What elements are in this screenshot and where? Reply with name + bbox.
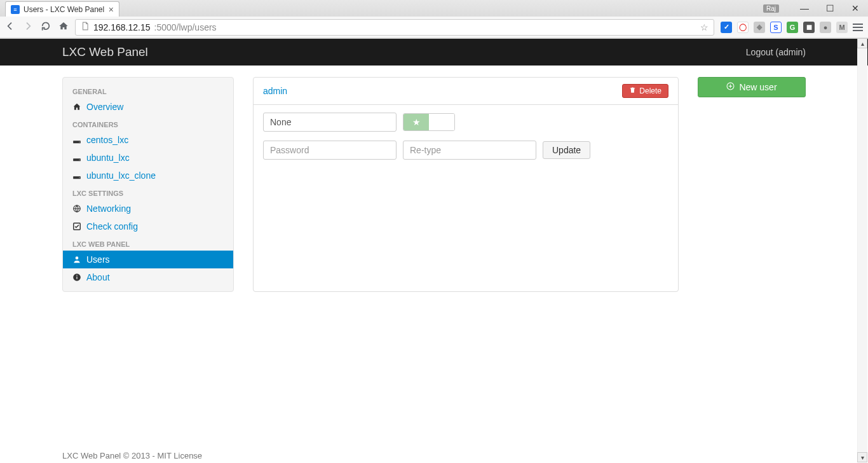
toggle-off bbox=[429, 114, 454, 130]
username-link[interactable]: admin bbox=[263, 86, 287, 96]
sidebar-label: Networking bbox=[86, 204, 131, 214]
trash-icon bbox=[629, 86, 636, 95]
browser-chrome: ≡ Users - LXC Web Panel × Raj — ☐ ✕ 192.… bbox=[0, 0, 868, 39]
sidebar-item-networking[interactable]: Networking bbox=[63, 200, 233, 218]
sidebar: GENERAL Overview CONTAINERS centos_lxc u… bbox=[62, 77, 234, 292]
password-row: Update bbox=[263, 141, 668, 160]
nav-icons bbox=[5, 21, 69, 33]
name-input[interactable] bbox=[263, 113, 397, 132]
profile-badge[interactable]: Raj bbox=[763, 4, 779, 13]
new-user-label: New user bbox=[739, 82, 776, 92]
su-toggle[interactable]: ★ bbox=[403, 113, 455, 131]
brand-title[interactable]: LXC Web Panel bbox=[62, 45, 148, 59]
tab-title: Users - LXC Web Panel bbox=[24, 5, 104, 14]
hdd-icon bbox=[72, 153, 81, 162]
sidebar-label: About bbox=[86, 272, 110, 282]
sidebar-label: centos_lxc bbox=[86, 135, 128, 145]
user-panel: admin Delete ★ bbox=[253, 77, 679, 292]
reload-icon[interactable] bbox=[41, 21, 51, 33]
svg-point-5 bbox=[79, 177, 80, 178]
svg-point-3 bbox=[79, 160, 80, 160]
bookmark-star-icon[interactable]: ☆ bbox=[700, 22, 709, 32]
sidebar-label: Check config bbox=[86, 221, 138, 232]
home-icon[interactable] bbox=[58, 21, 69, 33]
ext-icon-8[interactable]: M bbox=[836, 22, 848, 33]
svg-rect-10 bbox=[76, 277, 77, 279]
sidebar-label: Overview bbox=[86, 102, 123, 112]
sidebar-label: Users bbox=[86, 254, 110, 265]
nav-header-settings: LXC SETTINGS bbox=[63, 184, 233, 200]
hdd-icon bbox=[72, 171, 81, 180]
sidebar-label: ubuntu_lxc_clone bbox=[86, 170, 156, 181]
sidebar-item-ubuntu[interactable]: ubuntu_lxc bbox=[63, 149, 233, 167]
info-icon bbox=[72, 273, 81, 282]
window-controls: Raj — ☐ ✕ bbox=[763, 0, 868, 17]
browser-menu-icon[interactable] bbox=[853, 24, 863, 31]
delete-button[interactable]: Delete bbox=[622, 84, 668, 98]
address-bar: 192.168.12.15:5000/lwp/users ☆ ✓ ◯ ◆ S G… bbox=[0, 17, 868, 38]
home-icon bbox=[72, 102, 81, 111]
svg-point-8 bbox=[76, 256, 79, 259]
plus-circle-icon bbox=[726, 82, 735, 92]
globe-icon bbox=[72, 204, 81, 213]
footer-text: LXC Web Panel © 2013 - MIT License bbox=[62, 451, 202, 460]
ext-icon-5[interactable]: G bbox=[787, 22, 798, 33]
main-content: admin Delete ★ bbox=[253, 77, 806, 292]
password-input[interactable] bbox=[263, 141, 397, 160]
forward-icon[interactable] bbox=[23, 21, 33, 33]
retype-input[interactable] bbox=[403, 141, 536, 160]
url-host: 192.168.12.15 bbox=[93, 22, 151, 32]
browser-tab[interactable]: ≡ Users - LXC Web Panel × bbox=[5, 1, 119, 17]
sidebar-item-check-config[interactable]: Check config bbox=[63, 218, 233, 235]
favicon-icon: ≡ bbox=[11, 5, 20, 14]
window-maximize-icon[interactable]: ☐ bbox=[817, 0, 843, 17]
scroll-down-icon[interactable]: ▾ bbox=[857, 452, 867, 462]
ext-icon-2[interactable]: ◯ bbox=[737, 22, 749, 33]
hdd-icon bbox=[72, 135, 81, 144]
url-input[interactable]: 192.168.12.15:5000/lwp/users ☆ bbox=[75, 19, 714, 36]
sidebar-item-overview[interactable]: Overview bbox=[63, 98, 233, 116]
ext-icon-1[interactable]: ✓ bbox=[721, 22, 732, 33]
nav-header-panel: LXC WEB PANEL bbox=[63, 235, 233, 251]
scroll-up-icon[interactable]: ▴ bbox=[857, 38, 867, 48]
footer: LXC Web Panel © 2013 - MIT License bbox=[62, 445, 806, 463]
ext-icon-7[interactable]: ● bbox=[820, 22, 831, 33]
toggle-on: ★ bbox=[403, 114, 429, 130]
check-icon bbox=[72, 222, 81, 231]
main-container: GENERAL Overview CONTAINERS centos_lxc u… bbox=[62, 77, 806, 292]
svg-point-11 bbox=[76, 275, 78, 276]
app-navbar: LXC Web Panel Logout (admin) bbox=[0, 39, 868, 66]
ext-icon-3[interactable]: ◆ bbox=[754, 22, 765, 33]
nav-header-containers: CONTAINERS bbox=[63, 116, 233, 131]
logout-link[interactable]: Logout (admin) bbox=[746, 47, 806, 57]
update-button[interactable]: Update bbox=[543, 141, 590, 159]
panel-body: ★ Update bbox=[254, 105, 678, 176]
tab-bar: ≡ Users - LXC Web Panel × Raj — ☐ ✕ bbox=[0, 0, 868, 17]
url-path: :5000/lwp/users bbox=[154, 22, 217, 32]
name-row: ★ bbox=[263, 113, 668, 132]
delete-label: Delete bbox=[639, 86, 661, 95]
side-actions: New user bbox=[698, 77, 806, 292]
panel-heading: admin Delete bbox=[254, 78, 678, 105]
ext-icon-6[interactable]: ◼ bbox=[803, 22, 815, 33]
nav-header-general: GENERAL bbox=[63, 83, 233, 98]
new-user-button[interactable]: New user bbox=[698, 77, 806, 97]
sidebar-item-centos[interactable]: centos_lxc bbox=[63, 131, 233, 149]
star-icon: ★ bbox=[412, 117, 421, 127]
svg-point-1 bbox=[79, 142, 80, 142]
window-close-icon[interactable]: ✕ bbox=[843, 0, 868, 17]
sidebar-item-ubuntu-clone[interactable]: ubuntu_lxc_clone bbox=[63, 167, 233, 184]
tab-close-icon[interactable]: × bbox=[109, 4, 114, 15]
sidebar-label: ubuntu_lxc bbox=[86, 153, 130, 163]
back-icon[interactable] bbox=[5, 21, 15, 33]
window-minimize-icon[interactable]: — bbox=[792, 0, 817, 17]
page-icon bbox=[81, 22, 90, 32]
sidebar-item-about[interactable]: About bbox=[63, 268, 233, 286]
extension-icons: ✓ ◯ ◆ S G ◼ ● M bbox=[721, 22, 863, 33]
user-icon bbox=[72, 255, 81, 264]
scroll-track[interactable] bbox=[857, 48, 867, 452]
sidebar-item-users[interactable]: Users bbox=[63, 251, 233, 268]
ext-icon-4[interactable]: S bbox=[770, 22, 782, 33]
